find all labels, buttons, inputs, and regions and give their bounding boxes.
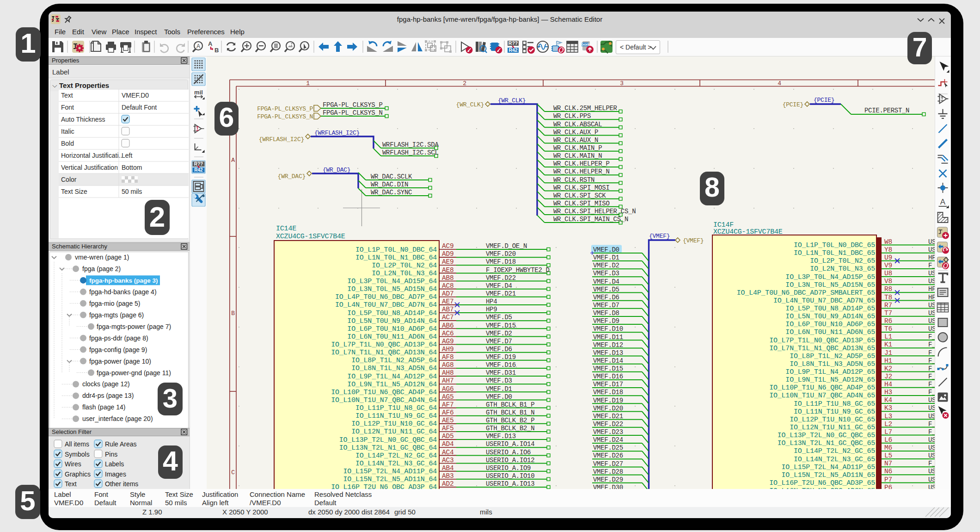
svg-text:IO_L4N_T0U_N7_DBC_AD7N_65: IO_L4N_T0U_N7_DBC_AD7N_65 [773, 297, 875, 305]
svg-text:VMEF.D4: VMEF.D4 [593, 278, 619, 285]
svg-text:IO_L13N_T2L_N1_GC_QBC_64: IO_L13N_T2L_N1_GC_QBC_64 [339, 444, 437, 452]
svg-text:AB7: AB7 [442, 306, 454, 313]
svg-text:Font: Font [61, 104, 74, 111]
svg-text:Align left: Align left [202, 499, 229, 507]
svg-text:GTH_BCLK_B1_P: GTH_BCLK_B1_P [486, 401, 534, 408]
svg-text:AE5: AE5 [442, 417, 454, 424]
svg-text:IO_L2N_T0L_N3_65: IO_L2N_T0L_N3_65 [810, 265, 875, 273]
svg-text:IO_L2N_T0L_N3_64: IO_L2N_T0L_N3_64 [372, 270, 437, 278]
svg-text:fpga (page 2): fpga (page 2) [82, 265, 121, 272]
svg-text:US: US [928, 404, 936, 412]
svg-text:Justification: Justification [202, 490, 238, 498]
svg-text:USERIO_A.IO9: USERIO_A.IO9 [486, 464, 531, 472]
svg-text:fpga-mgts (page 6): fpga-mgts (page 6) [89, 311, 144, 319]
svg-text:F_: F_ [928, 341, 936, 348]
svg-text:AC9: AC9 [442, 242, 454, 250]
svg-text:IO_L3P_T0L_N4_AD15P_64: IO_L3P_T0L_N4_AD15P_64 [347, 278, 437, 285]
svg-text:2: 2 [463, 80, 466, 87]
svg-text:VMEF.D16: VMEF.D16 [486, 361, 516, 369]
svg-text:VMEF.D19: VMEF.D19 [486, 353, 516, 361]
svg-text:HP4: HP4 [486, 298, 497, 305]
svg-text:1: 1 [306, 80, 310, 87]
svg-text:IO_L14P_T2L_N2_GC_64: IO_L14P_T2L_N2_GC_64 [355, 452, 437, 460]
svg-text:fpga-hd-banks (page 4): fpga-hd-banks (page 4) [89, 288, 157, 296]
svg-text:IO_L11P_T1U_N8_GC_64: IO_L11P_T1U_N8_GC_64 [355, 404, 437, 412]
svg-text:R42: R42 [194, 167, 203, 173]
svg-text:IO_L13N_T2L_N1_GC_QBC_65: IO_L13N_T2L_N1_GC_QBC_65 [778, 439, 875, 447]
svg-text:K4: K4 [884, 396, 892, 404]
svg-text:vme-wren (page 1): vme-wren (page 1) [75, 254, 129, 261]
svg-text:VMEF.D11: VMEF.D11 [593, 334, 623, 341]
svg-text:{WR_DAC}: {WR_DAC} [323, 167, 350, 173]
svg-text:WR_CLK.SPI_HELPER_CS_N: WR_CLK.SPI_HELPER_CS_N [553, 208, 636, 215]
svg-text:IO_L8P_T1L_N2_AD5P_65: IO_L8P_T1L_N2_AD5P_65 [790, 353, 875, 360]
svg-text:Default: Default [94, 499, 116, 507]
svg-text:F_: F_ [928, 365, 936, 372]
svg-text:USERIO_A.IO6: USERIO_A.IO6 [486, 449, 531, 456]
svg-text:Y8: Y8 [884, 246, 892, 254]
svg-text:V8: V8 [884, 278, 892, 285]
svg-text:U9: U9 [884, 254, 892, 261]
svg-text:AC4: AC4 [442, 449, 454, 456]
svg-text:IO_L14P_T2L_N2_GC_65: IO_L14P_T2L_N2_GC_65 [794, 447, 875, 455]
svg-text:IO_L11P_T1U_N8_GC_65: IO_L11P_T1U_N8_GC_65 [794, 400, 875, 408]
svg-text:AC6: AC6 [442, 330, 454, 337]
svg-text:VMEF.D3: VMEF.D3 [486, 377, 512, 384]
svg-text:P6: P6 [884, 484, 892, 491]
svg-text:US: US [928, 238, 936, 246]
svg-text:fpga-power-gnd (page 11): fpga-power-gnd (page 11) [97, 369, 171, 377]
svg-text:VMEF.D9: VMEF.D9 [593, 317, 619, 325]
svg-text:U8: U8 [884, 270, 892, 277]
svg-text:3: 3 [620, 80, 624, 87]
svg-text:AE9: AE9 [442, 258, 454, 266]
svg-text:VMEF.D6: VMEF.D6 [593, 294, 619, 301]
svg-text:VMEF.D7: VMEF.D7 [593, 302, 619, 309]
svg-text:AH9: AH9 [442, 346, 454, 353]
svg-text:.bom: .bom [580, 42, 590, 47]
svg-text:IO_L8N_T1L_N3_AD5N_65: IO_L8N_T1L_N3_AD5N_65 [790, 360, 875, 368]
svg-text:VMEF.D_OE_N: VMEF.D_OE_N [486, 242, 527, 250]
svg-text:{VMEF}: {VMEF} [683, 237, 704, 244]
svg-text:Images: Images [105, 470, 126, 478]
svg-text:VMEF.D18: VMEF.D18 [593, 389, 623, 396]
svg-text:{PCIE}: {PCIE} [783, 101, 803, 108]
svg-text:Graphics: Graphics [65, 470, 91, 478]
svg-text:AB6: AB6 [442, 322, 454, 329]
svg-text:Text Size: Text Size [165, 490, 193, 498]
svg-text:50 mils: 50 mils [122, 188, 142, 195]
svg-text:VMEF.D28: VMEF.D28 [593, 468, 623, 476]
svg-text:J1: J1 [884, 349, 892, 357]
svg-text:flash (page 14): flash (page 14) [82, 403, 125, 411]
svg-text:AB3: AB3 [442, 472, 454, 480]
svg-text:US: US [928, 468, 936, 475]
svg-text:F_: F_ [928, 262, 936, 269]
svg-text:VMEF.D21: VMEF.D21 [486, 290, 516, 297]
svg-text:IO_L4P_T0U_N6_DBC_AD7P_64: IO_L4P_T0U_N6_DBC_AD7P_64 [335, 293, 437, 301]
svg-text:US: US [928, 396, 936, 404]
svg-text:B: B [214, 47, 219, 54]
svg-text:GTH_BCLK_B2_N: GTH_BCLK_B2_N [486, 425, 534, 432]
svg-text:AD2: AD2 [442, 480, 454, 488]
svg-text:AD4: AD4 [442, 440, 454, 448]
svg-text:WR_DAC.SCLK: WR_DAC.SCLK [371, 173, 412, 180]
svg-text:K3: K3 [884, 404, 892, 412]
svg-text:IO_L8N_T1L_N3_AD5N_64: IO_L8N_T1L_N3_AD5N_64 [351, 365, 437, 372]
svg-text:A: A [196, 43, 200, 49]
svg-text:AG9: AG9 [442, 338, 454, 345]
svg-text:USERIO_A.IO13: USERIO_A.IO13 [486, 480, 534, 488]
svg-text:US: US [928, 270, 936, 277]
svg-text:IO_L13P_T2L_N0_GC_QBC_65: IO_L13P_T2L_N0_GC_QBC_65 [778, 432, 875, 439]
svg-text:X 2050 Y 2000: X 2050 Y 2000 [222, 508, 268, 516]
svg-text:IO_L6N_T0U_N11_AD6N_65: IO_L6N_T0U_N11_AD6N_65 [785, 328, 875, 336]
svg-text:dx 2050 dy 2000 dist 2864: dx 2050 dy 2000 dist 2864 [308, 508, 390, 516]
svg-text:WR_CLK.SPI_MISO: WR_CLK.SPI_MISO [553, 200, 610, 207]
svg-text:HP9: HP9 [486, 306, 497, 313]
svg-text:Style: Style [130, 490, 145, 498]
svg-text:L2: L2 [884, 421, 892, 428]
svg-text:US: US [928, 436, 936, 444]
svg-text:US: US [928, 444, 936, 452]
svg-text:VMEF.D0: VMEF.D0 [54, 499, 83, 507]
svg-text:IO_L5N_T0U_N9_AD14N_65: IO_L5N_T0U_N9_AD14N_65 [785, 313, 875, 321]
svg-text:GTH_BCLK_B1_N: GTH_BCLK_B1_N [486, 409, 534, 416]
svg-text:Other items: Other items [105, 480, 138, 488]
